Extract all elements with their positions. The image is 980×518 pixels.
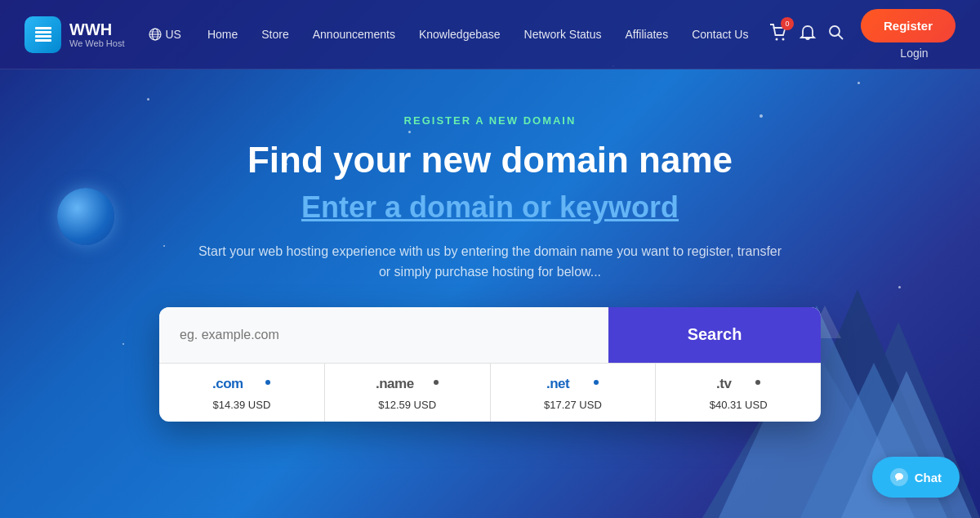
svg-rect-9 — [35, 27, 51, 29]
brand-subtitle: We Web Host — [69, 38, 124, 48]
navbar: WWH We Web Host US Home Store Announceme… — [0, 0, 980, 69]
main-title: Find your new domain name — [247, 139, 733, 182]
domain-search-input[interactable] — [159, 307, 608, 363]
login-link[interactable]: Login — [900, 47, 928, 60]
tld-net[interactable]: .net $17.27 USD — [491, 364, 657, 422]
cart-badge: 0 — [781, 17, 794, 30]
nav-knowledgebase[interactable]: Knowledgebase — [409, 21, 510, 47]
nav-contact-us[interactable]: Contact Us — [682, 21, 758, 47]
search-row: Search — [159, 307, 821, 363]
nav-icons: 0 — [769, 24, 844, 46]
nav-announcements[interactable]: Announcements — [303, 21, 405, 47]
logo-icon — [24, 16, 61, 53]
nav-store[interactable]: Store — [252, 21, 298, 47]
tld-net-logo: .net — [546, 374, 599, 395]
tld-name-price: $12.59 USD — [378, 399, 436, 411]
search-button[interactable]: Search — [608, 307, 821, 363]
svg-point-18 — [775, 38, 777, 40]
register-button[interactable]: Register — [861, 9, 956, 42]
svg-point-20 — [830, 26, 840, 36]
svg-point-29 — [755, 380, 760, 385]
domain-keyword-link[interactable]: Enter a domain or keyword — [301, 190, 679, 225]
tld-tv-price: $40.31 USD — [710, 399, 768, 411]
tld-net-price: $17.27 USD — [544, 399, 602, 411]
hero-description: Start your web hosting experience with u… — [192, 241, 788, 283]
tld-com-price: $14.39 USD — [212, 399, 270, 411]
tld-com-logo: .com — [212, 374, 271, 395]
logo[interactable]: WWH We Web Host — [24, 16, 124, 53]
svg-point-19 — [782, 38, 784, 40]
brand-title: WWH — [69, 20, 124, 38]
notifications-button[interactable] — [800, 25, 816, 45]
cart-button[interactable]: 0 — [769, 24, 787, 46]
svg-line-21 — [838, 34, 843, 39]
svg-point-25 — [434, 380, 439, 385]
chat-button[interactable]: Chat — [872, 457, 960, 498]
tld-name-logo: .name — [376, 374, 439, 395]
svg-point-23 — [265, 380, 270, 385]
lang-label: US — [165, 28, 180, 41]
svg-text:.net: .net — [546, 376, 570, 391]
svg-text:.name: .name — [376, 376, 414, 391]
tld-tv-logo: .tv — [716, 374, 761, 395]
hero-content: REGISTER A NEW DOMAIN Find your new doma… — [0, 69, 980, 422]
tld-name[interactable]: .name $12.59 USD — [325, 364, 491, 422]
chat-label: Chat — [915, 471, 942, 485]
svg-text:.com: .com — [212, 376, 243, 391]
auth-buttons: Register Login — [861, 9, 956, 60]
svg-text:.tv: .tv — [716, 376, 732, 391]
tld-com[interactable]: .com $14.39 USD — [159, 364, 325, 422]
register-new-domain-label: REGISTER A NEW DOMAIN — [404, 114, 577, 127]
svg-rect-11 — [35, 35, 51, 38]
tld-tv[interactable]: .tv $40.31 USD — [656, 364, 821, 422]
lang-selector[interactable]: US — [149, 28, 180, 41]
nav-network-status[interactable]: Network Status — [514, 21, 612, 47]
chat-icon — [890, 468, 908, 486]
svg-rect-12 — [35, 39, 51, 42]
domain-search-box: Search .com $14.39 USD .name — [159, 307, 821, 422]
svg-point-27 — [594, 380, 599, 385]
svg-rect-10 — [35, 31, 51, 33]
search-button[interactable] — [828, 25, 844, 45]
nav-links: Home Store Announcements Knowledgebase N… — [198, 21, 769, 47]
nav-home[interactable]: Home — [198, 21, 247, 47]
tld-options-row: .com $14.39 USD .name $12.59 USD — [159, 363, 821, 422]
nav-affiliates[interactable]: Affiliates — [616, 21, 679, 47]
